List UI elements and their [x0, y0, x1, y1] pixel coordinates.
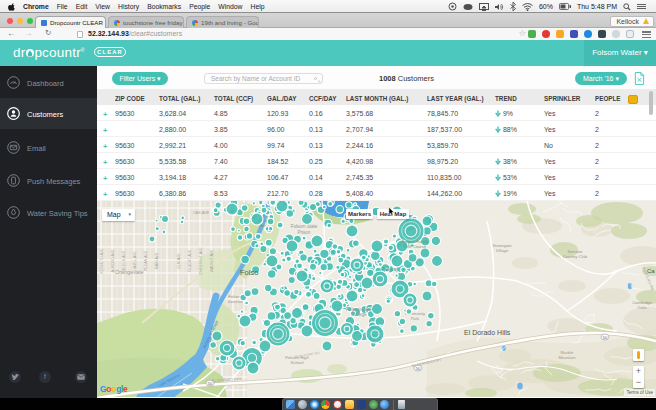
- svg-text:PECAN AVE: PECAN AVE: [144, 250, 148, 271]
- svg-text:50: 50: [603, 335, 608, 340]
- svg-text:College: College: [351, 312, 367, 317]
- svg-text:Folsom State: Folsom State: [291, 224, 318, 229]
- svg-text:Golf Course: Golf Course: [404, 244, 427, 249]
- svg-text:Park: Park: [411, 316, 419, 321]
- svg-text:El Dorado Hills: El Dorado Hills: [464, 329, 511, 336]
- svg-text:ELM AVE: ELM AVE: [177, 253, 181, 269]
- svg-text:Orangevale: Orangevale: [115, 269, 143, 275]
- svg-text:Parkway: Parkway: [381, 267, 399, 272]
- svg-text:WALNUT AVE: WALNUT AVE: [210, 249, 214, 272]
- svg-text:Prison: Prison: [298, 230, 311, 235]
- svg-text:KENNETH AVE: KENNETH AVE: [100, 248, 104, 273]
- svg-text:HAZEL AVE: HAZEL AVE: [133, 251, 137, 271]
- svg-text:Oaks: Oaks: [637, 305, 646, 310]
- svg-text:School: School: [291, 360, 304, 365]
- svg-text:Village: Village: [496, 248, 509, 253]
- svg-text:BEECH AVE: BEECH AVE: [122, 250, 126, 271]
- svg-text:Mountain: Mountain: [558, 355, 576, 360]
- svg-text:Country Club: Country Club: [563, 254, 588, 259]
- svg-text:MAIN AVE: MAIN AVE: [155, 252, 159, 269]
- svg-text:FILBERT AVE: FILBERT AVE: [188, 249, 192, 272]
- svg-text:ALMOND AVE: ALMOND AVE: [111, 249, 115, 273]
- svg-text:Folso: Folso: [240, 268, 258, 277]
- svg-text:OAK AVE: OAK AVE: [193, 211, 210, 215]
- svg-text:CHESTNUT AVE: CHESTNUT AVE: [199, 247, 203, 275]
